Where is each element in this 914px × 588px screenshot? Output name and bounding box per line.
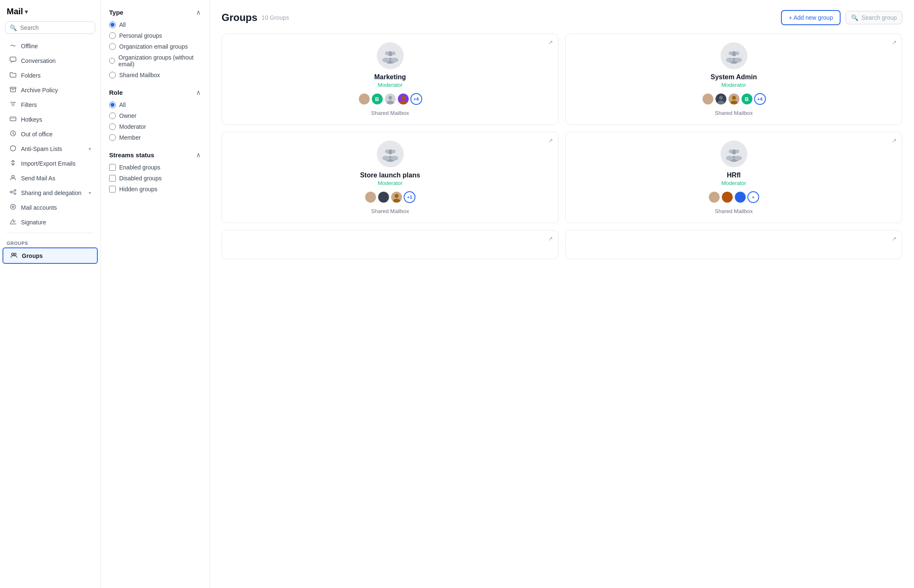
mail-accounts-icon [9,203,17,211]
external-link-icon[interactable]: ↗ [892,39,897,46]
filter-type-org-email[interactable]: Organization email groups [109,43,201,50]
sidebar-item-folders[interactable]: Folders [3,68,98,83]
filter-role-member-radio[interactable] [109,134,116,141]
sidebar-item-out-of-office[interactable]: Out of office [3,127,98,141]
svg-point-54 [726,156,734,161]
sidebar-item-label: Sharing and delegation [21,190,81,196]
group-name-hrfl: HRfl [727,172,741,179]
sidebar-item-anti-spam[interactable]: Anti-Spam Lists ▾ [3,141,98,156]
member-avatar [378,191,389,203]
sidebar-search-input[interactable] [20,24,91,31]
svg-point-37 [732,96,736,100]
filter-role-all-radio[interactable] [109,101,116,108]
add-new-group-button[interactable]: + Add new group [781,10,840,25]
sidebar-item-import-export[interactable]: Import/Export Emails [3,156,98,171]
group-avatar-hrfl [721,140,747,167]
member-avatar [384,93,396,105]
external-link-icon[interactable]: ↗ [548,39,553,46]
member-avatar [728,93,740,105]
sidebar-item-sharing-delegation[interactable]: Sharing and delegation ▾ [3,185,98,200]
groups-grid: ↗ Marketing Moderator B +4 Shared Mailbo… [222,34,902,259]
member-avatar [365,191,376,203]
external-link-icon[interactable]: ↗ [548,235,553,242]
group-avatar-store-launch [377,140,404,167]
filter-streams-disabled[interactable]: Disabled groups [109,175,201,182]
group-card-partial-1: ↗ [222,230,559,259]
groups-icon [10,252,18,260]
filter-type-org-no-email-radio[interactable] [109,57,115,64]
filter-role-owner-radio[interactable] [109,112,116,119]
app-title[interactable]: Mail ▾ [0,7,100,21]
filter-streams-enabled[interactable]: Enabled groups [109,164,201,171]
sidebar-item-mail-accounts[interactable]: Mail accounts [3,200,98,215]
sidebar-search-box[interactable]: 🔍 [5,21,95,34]
external-link-icon[interactable]: ↗ [892,235,897,242]
sidebar-item-label: Send Mail As [21,175,55,182]
filter-streams-collapse[interactable]: ∧ [196,151,201,159]
filters-icon [9,101,17,109]
filter-type-personal[interactable]: Personal groups [109,32,201,39]
filter-streams-header: Streams status ∧ [109,151,201,159]
svg-point-46 [367,199,374,203]
filter-streams-disabled-checkbox[interactable] [109,175,116,182]
member-avatar [391,191,402,203]
sidebar-item-hotkeys[interactable]: Hotkeys [3,112,98,127]
folders-icon [9,71,17,79]
filter-type-all-radio[interactable] [109,21,116,28]
member-avatar [702,93,714,105]
filter-role-member[interactable]: Member [109,134,201,141]
member-count-badge-system-admin: +4 [754,93,766,105]
svg-point-29 [729,52,732,55]
filter-type-shared-radio[interactable] [109,72,116,78]
svg-point-23 [388,96,392,100]
member-avatar [721,191,733,203]
svg-point-44 [391,156,398,161]
filter-role-all[interactable]: All [109,101,201,108]
svg-point-58 [711,199,718,203]
import-export-icon [9,159,17,167]
filter-type-org-no-email[interactable]: Organization groups (without email) [109,54,201,68]
svg-point-25 [401,96,405,100]
sidebar-item-conversation[interactable]: Conversation [3,53,98,68]
group-type-hrfl: Shared Mailbox [715,208,752,214]
filter-role-owner[interactable]: Owner [109,112,201,119]
svg-point-41 [385,150,389,154]
hotkeys-icon [9,115,17,123]
sidebar-item-signature[interactable]: Signature [3,215,98,229]
external-link-icon[interactable]: ↗ [548,137,553,144]
filter-streams-enabled-checkbox[interactable] [109,164,116,171]
svg-rect-0 [10,57,16,61]
filter-streams-hidden-checkbox[interactable] [109,186,116,193]
sidebar-item-offline[interactable]: 〜 Offline [3,39,98,53]
filter-type-all[interactable]: All [109,21,201,28]
svg-point-36 [717,101,724,105]
filter-streams-hidden[interactable]: Hidden groups [109,186,201,193]
search-group-icon: 🔍 [851,14,858,21]
svg-rect-1 [10,87,16,88]
filter-type-shared[interactable]: Shared Mailbox [109,72,201,78]
sidebar-item-groups[interactable]: Groups [3,247,98,264]
member-avatar [734,191,746,203]
filter-type-org-no-email-label: Organization groups (without email) [118,54,201,68]
main-header: Groups 10 Groups + Add new group 🔍 Searc… [222,10,902,25]
main-content: Groups 10 Groups + Add new group 🔍 Searc… [210,0,914,588]
filter-type-collapse[interactable]: ∧ [196,8,201,16]
filter-type-personal-radio[interactable] [109,32,116,39]
filter-role-collapse[interactable]: ∧ [196,88,201,96]
svg-rect-3 [11,118,12,119]
group-name-marketing: Marketing [374,73,406,81]
filter-role-moderator-radio[interactable] [109,123,116,130]
external-link-icon[interactable]: ↗ [892,137,897,144]
filter-streams-title: Streams status [109,151,154,159]
filter-role-moderator[interactable]: Moderator [109,123,201,130]
svg-point-53 [729,150,732,154]
svg-point-34 [704,101,711,105]
svg-point-21 [362,96,366,100]
filter-type-org-email-radio[interactable] [109,43,116,50]
app-title-chevron: ▾ [25,8,28,15]
search-group-box[interactable]: 🔍 Search group [846,11,902,24]
sidebar-item-archive-policy[interactable]: Archive Policy [3,83,98,97]
sidebar-item-filters[interactable]: Filters [3,97,98,112]
sidebar-item-send-mail-as[interactable]: Send Mail As [3,171,98,185]
svg-point-17 [385,52,389,55]
